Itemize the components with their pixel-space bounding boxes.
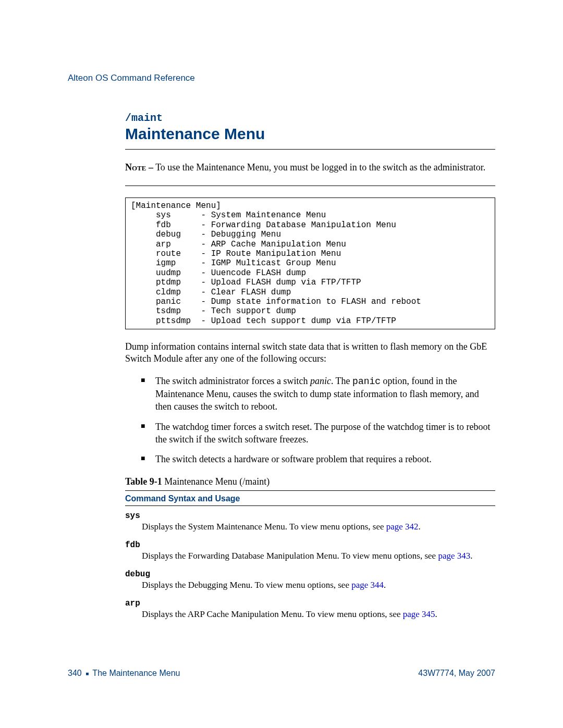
- table-label: Table 9-1: [125, 476, 162, 487]
- list-item: The switch administrator forces a switch…: [141, 375, 495, 413]
- command-description: Displays the ARP Cache Manipulation Menu…: [142, 609, 495, 620]
- command-path: /maint: [125, 112, 495, 124]
- bullet-list: The switch administrator forces a switch…: [141, 375, 495, 466]
- terminal-output: [Maintenance Menu] sys - System Maintena…: [125, 198, 495, 329]
- footer-chapter: The Maintenance Menu: [92, 669, 180, 677]
- intro-part2: after any one of the following occurs:: [183, 353, 326, 364]
- table-caption-text: Maintenance Menu (/maint): [162, 476, 270, 487]
- note-label: Note –: [125, 162, 153, 172]
- desc-post: .: [384, 580, 386, 590]
- page-footer: 340 ■ The Maintenance Menu 43W7774, May …: [68, 669, 495, 678]
- page-link[interactable]: page 343: [438, 551, 470, 561]
- command-name: arp: [125, 599, 495, 608]
- bullet-mono: panic: [352, 376, 381, 387]
- command-name: sys: [125, 511, 495, 521]
- table-row: fdb Displays the Forwarding Database Man…: [125, 540, 495, 561]
- command-description: Displays the Forwarding Database Manipul…: [142, 551, 495, 561]
- table-row: arp Displays the ARP Cache Manipulation …: [125, 599, 495, 620]
- table-header: Command Syntax and Usage: [125, 490, 495, 506]
- desc-text: Displays the System Maintenance Menu. To…: [142, 522, 386, 532]
- footer-bullet-icon: ■: [84, 671, 90, 676]
- command-description: Displays the System Maintenance Menu. To…: [142, 522, 495, 532]
- desc-post: .: [470, 551, 472, 561]
- title-rule: [125, 149, 495, 150]
- table-row: sys Displays the System Maintenance Menu…: [125, 511, 495, 532]
- page-link[interactable]: page 342: [386, 522, 419, 532]
- desc-post: .: [435, 609, 437, 619]
- desc-text: Displays the Debugging Menu. To view men…: [142, 580, 351, 590]
- page-link[interactable]: page 345: [403, 609, 435, 619]
- list-item: The switch detects a hardware or softwar…: [141, 453, 495, 465]
- page-title: Maintenance Menu: [125, 125, 495, 143]
- bullet-text: The switch detects a hardware or softwar…: [155, 454, 432, 464]
- desc-text: Displays the Forwarding Database Manipul…: [142, 551, 438, 561]
- list-item: The watchdog timer forces a switch reset…: [141, 421, 495, 446]
- running-header: Alteon OS Command Reference: [68, 73, 495, 83]
- table-row: debug Displays the Debugging Menu. To vi…: [125, 570, 495, 590]
- note-text: To use the Maintenance Menu, you must be…: [153, 162, 485, 172]
- command-name: debug: [125, 570, 495, 579]
- command-name: fdb: [125, 540, 495, 550]
- page-number: 340: [68, 669, 82, 677]
- desc-text: Displays the ARP Cache Manipulation Menu…: [142, 609, 403, 619]
- footer-right: 43W7774, May 2007: [418, 669, 495, 678]
- bullet-text: The watchdog timer forces a switch reset…: [155, 422, 490, 445]
- desc-post: .: [419, 522, 421, 532]
- intro-paragraph: Dump information contains internal switc…: [125, 341, 495, 365]
- bullet-italic: panic: [310, 376, 331, 386]
- intro-part1: Dump information contains internal switc…: [125, 341, 470, 352]
- footer-left: 340 ■ The Maintenance Menu: [68, 669, 180, 678]
- page-link[interactable]: page 344: [351, 580, 384, 590]
- note-paragraph: Note – To use the Maintenance Menu, you …: [125, 162, 495, 173]
- command-description: Displays the Debugging Menu. To view men…: [142, 580, 495, 590]
- bullet-text-pre: The switch administrator forces a switch: [155, 376, 310, 386]
- table-caption: Table 9-1 Maintenance Menu (/maint): [125, 476, 495, 487]
- bullet-text-mid1: . The: [331, 376, 352, 386]
